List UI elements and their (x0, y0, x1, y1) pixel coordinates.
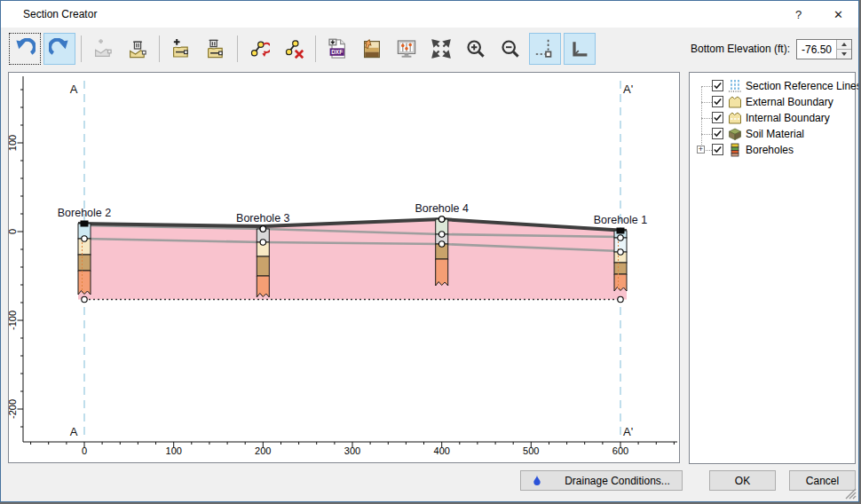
ok-button[interactable]: OK (709, 470, 776, 491)
resize-grip[interactable] (845, 488, 857, 500)
sidebar-item-external-boundary[interactable]: External Boundary (690, 94, 855, 110)
svg-text:A: A (70, 425, 78, 438)
add-boundary-vertex-button[interactable] (243, 33, 275, 65)
svg-text:500: 500 (523, 445, 539, 456)
delete-boundary-vertex-icon (283, 38, 304, 59)
ortho-axes-button[interactable] (564, 33, 596, 65)
bottom-elevation-group: Bottom Elevation (ft): -76.50 (691, 39, 852, 59)
undo-icon (14, 38, 36, 59)
close-button[interactable]: ✕ (818, 1, 858, 28)
svg-text:100: 100 (9, 135, 18, 151)
zoom-out-icon (500, 38, 521, 59)
spin-down-button[interactable] (837, 49, 851, 59)
svg-text:0: 0 (82, 445, 87, 456)
add-external-boundary-icon (92, 38, 114, 59)
borehole-display-icon (396, 38, 417, 59)
export-dxf-button[interactable]: DXF (321, 33, 353, 65)
svg-text:300: 300 (344, 445, 360, 456)
svg-text:0: 0 (9, 229, 18, 234)
svg-text:100: 100 (166, 445, 182, 456)
zoom-extents-button[interactable] (425, 33, 457, 65)
tree-connector-stub (701, 134, 712, 135)
borehole-display-button[interactable] (391, 33, 423, 65)
section-creator-dialog: Section Creator ? ✕ DXF Bottom Elevation… (0, 0, 859, 502)
sidebar-item-boreholes[interactable]: +Boreholes (690, 142, 855, 158)
drainage-conditions-button[interactable]: Drainage Conditions... (520, 470, 683, 491)
sidebar-item-section-reference-lines[interactable]: Section Reference Lines (690, 78, 855, 94)
borehole-vertex (439, 232, 445, 237)
add-external-boundary-button[interactable] (87, 33, 119, 65)
borehole-label: Borehole 4 (415, 202, 469, 215)
checkbox-internal-boundary[interactable] (712, 112, 723, 123)
section-plot-svg[interactable]: 01002003004005006001000-100-200AA'AA'Bor… (9, 73, 679, 462)
assign-soil-material-button[interactable] (356, 33, 388, 65)
svg-text:A': A' (623, 83, 633, 96)
sidebar-item-soil-material[interactable]: Soil Material (690, 126, 855, 142)
tree-item-label[interactable]: Soil Material (746, 128, 804, 140)
tree-item-label[interactable]: Section Reference Lines (746, 80, 859, 92)
bottom-elevation-value[interactable]: -76.50 (797, 40, 836, 59)
ortho-axes-icon (569, 38, 590, 59)
toolbar-separator (159, 35, 160, 62)
svg-text:A: A (70, 83, 78, 96)
tree-item-label[interactable]: Internal Boundary (746, 112, 830, 124)
borehole-top-handle (617, 228, 625, 234)
internal-boundary-icon (728, 111, 742, 125)
section-canvas[interactable]: 01002003004005006001000-100-200AA'AA'Bor… (8, 72, 680, 463)
checkbox-soil-material[interactable] (712, 128, 723, 139)
expand-icon[interactable]: + (697, 146, 705, 154)
borehole-vertex (260, 226, 265, 232)
checkbox-section-reference-lines[interactable] (712, 80, 723, 91)
redo-icon (49, 38, 70, 59)
help-button[interactable]: ? (778, 1, 818, 28)
spin-up-button[interactable] (837, 40, 851, 49)
svg-text:-100: -100 (9, 311, 18, 330)
svg-text:600: 600 (612, 445, 628, 456)
snap-icon (534, 38, 556, 59)
boundary-corner-vertex[interactable] (618, 296, 623, 302)
zoom-in-button[interactable] (460, 33, 492, 65)
tree-item-label[interactable]: Boreholes (746, 144, 794, 156)
tree-connector-stub (701, 86, 712, 87)
borehole-label: Borehole 2 (58, 207, 112, 219)
export-dxf-icon: DXF (327, 38, 348, 59)
toolbar-separator (315, 35, 316, 62)
water-drop-icon (533, 475, 541, 486)
zoom-extents-icon (430, 38, 452, 59)
down-arrow-icon (841, 52, 847, 56)
delete-external-boundary-button[interactable] (122, 33, 154, 65)
checkbox-boreholes[interactable] (712, 144, 723, 155)
soil-material-icon (728, 127, 742, 141)
delete-boundary-vertex-button[interactable] (278, 33, 310, 65)
undo-button[interactable] (9, 33, 41, 65)
borehole-vertex (260, 240, 265, 245)
borehole-label: Borehole 3 (236, 212, 290, 224)
delete-internal-boundary-icon (205, 38, 226, 59)
bottom-elevation-spinbox[interactable]: -76.50 (796, 39, 852, 59)
checkbox-external-boundary[interactable] (712, 96, 723, 107)
window-title: Section Creator (23, 8, 97, 20)
borehole-vertex (439, 241, 445, 247)
redo-button[interactable] (43, 33, 75, 65)
zoom-out-button[interactable] (494, 33, 526, 65)
boreholes-icon (728, 143, 742, 157)
toolbar: DXF Bottom Elevation (ft): -76.50 (1, 28, 858, 70)
up-arrow-icon (841, 43, 847, 46)
external-boundary-icon (728, 95, 742, 109)
svg-text:A': A' (623, 425, 633, 438)
delete-external-boundary-icon (127, 38, 148, 59)
tree-item-label[interactable]: External Boundary (746, 96, 833, 108)
add-internal-boundary-button[interactable] (165, 33, 197, 65)
snap-button[interactable] (529, 33, 561, 65)
assign-soil-material-icon (361, 38, 383, 59)
layers-panel: Section Reference LinesExternal Boundary… (689, 72, 856, 464)
title-bar[interactable]: Section Creator ? ✕ (1, 1, 858, 28)
borehole-vertex (82, 236, 87, 241)
svg-text:400: 400 (434, 445, 450, 456)
borehole-label: Borehole 1 (594, 214, 648, 226)
boundary-corner-vertex[interactable] (82, 296, 87, 302)
svg-text:-200: -200 (9, 399, 18, 419)
delete-internal-boundary-button[interactable] (200, 33, 232, 65)
bottom-elevation-label: Bottom Elevation (ft): (691, 43, 790, 55)
sidebar-item-internal-boundary[interactable]: Internal Boundary (690, 110, 855, 126)
